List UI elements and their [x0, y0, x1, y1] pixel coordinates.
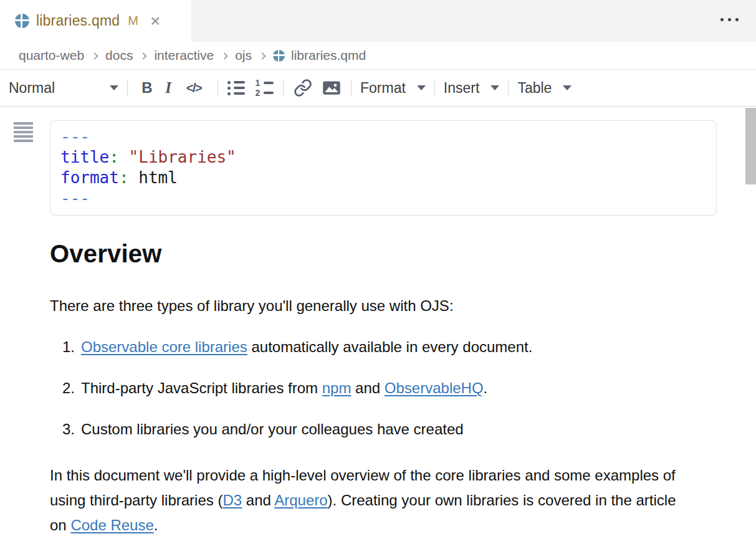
- list-item: 2. Third-party JavaScript libraries from…: [50, 378, 532, 399]
- inline-link[interactable]: ObservableHQ: [385, 380, 484, 396]
- breadcrumb-item-interactive[interactable]: interactive: [154, 48, 214, 63]
- chevron-down-icon: [490, 85, 499, 90]
- breadcrumb-file-label: libraries.qmd: [291, 48, 366, 63]
- toolbar-separator: [127, 80, 128, 96]
- close-icon[interactable]: ×: [150, 12, 160, 30]
- list-item-text: Custom libraries you and/or your colleag…: [81, 419, 464, 440]
- toolbar-separator: [434, 80, 435, 96]
- text-segment: .: [484, 380, 488, 396]
- yaml-fence-close: ---: [60, 188, 716, 209]
- chevron-down-icon: [110, 85, 118, 90]
- breadcrumb-item-quarto-web[interactable]: quarto-web: [19, 48, 84, 63]
- yaml-key: title: [60, 148, 109, 166]
- intro-paragraph: There are three types of library you'll …: [50, 295, 692, 317]
- yaml-colon: :: [109, 148, 119, 166]
- closing-paragraph: In this document we'll provide a high-le…: [50, 463, 682, 538]
- drag-handle-icon[interactable]: [14, 122, 33, 142]
- list-item: 3. Custom libraries you and/or your coll…: [50, 419, 532, 440]
- toolbar-separator: [508, 80, 509, 96]
- paragraph-style-select[interactable]: Normal: [9, 80, 118, 97]
- inline-link[interactable]: Code Reuse: [70, 517, 153, 533]
- insert-menu-label: Insert: [444, 80, 480, 97]
- modified-badge: M: [128, 14, 138, 28]
- breadcrumb-item-docs[interactable]: docs: [105, 48, 133, 63]
- more-actions-icon[interactable]: [720, 18, 739, 21]
- list-item-number: 1.: [50, 337, 81, 358]
- quarto-icon: [15, 14, 29, 28]
- breadcrumb: quarto-web docs interactive ojs librarie…: [0, 42, 756, 70]
- tab-libraries-qmd[interactable]: libraries.qmd M ×: [0, 0, 191, 42]
- yaml-fence-open: ---: [60, 127, 716, 147]
- link-icon[interactable]: [292, 79, 313, 97]
- table-menu[interactable]: Table: [517, 80, 572, 97]
- editor-content: --- title: "Libraries" format: html --- …: [0, 107, 756, 554]
- yaml-title-line: title: "Libraries": [60, 147, 716, 168]
- list-item: 1. Observable core libraries automatical…: [50, 337, 532, 358]
- text-segment: .: [154, 517, 158, 533]
- yaml-fence-text: ---: [60, 189, 90, 208]
- yaml-front-matter-block[interactable]: --- title: "Libraries" format: html ---: [50, 120, 717, 216]
- code-button[interactable]: </>: [179, 81, 209, 95]
- quarto-icon: [273, 50, 285, 62]
- text-segment: Third-party JavaScript libraries from: [81, 380, 322, 396]
- yaml-format-line: format: html: [60, 168, 716, 188]
- chevron-right-icon: [140, 52, 147, 59]
- numbered-list-icon[interactable]: 1 2: [254, 80, 274, 97]
- image-icon[interactable]: [321, 79, 342, 97]
- tab-title: libraries.qmd: [36, 12, 120, 29]
- ordered-list: 1. Observable core libraries automatical…: [50, 337, 532, 460]
- list-item-number: 2.: [50, 378, 81, 399]
- text-segment: and: [351, 380, 384, 396]
- inline-link[interactable]: Arquero: [274, 492, 327, 509]
- insert-menu[interactable]: Insert: [444, 80, 500, 97]
- yaml-fence-text: ---: [60, 127, 90, 146]
- toolbar-separator: [218, 80, 218, 96]
- inline-link[interactable]: Observable core libraries: [81, 338, 247, 355]
- table-menu-label: Table: [517, 80, 552, 97]
- toolbar-separator: [351, 80, 352, 96]
- list-item-number: 3.: [50, 419, 81, 440]
- chevron-right-icon: [91, 52, 98, 59]
- format-menu-label: Format: [360, 80, 406, 97]
- tab-bar: libraries.qmd M ×: [0, 0, 756, 42]
- paragraph-style-value: Normal: [9, 80, 55, 97]
- chevron-down-icon: [563, 85, 572, 90]
- text-segment: automatically available in every documen…: [247, 338, 533, 355]
- breadcrumb-item-file[interactable]: libraries.qmd: [273, 48, 366, 63]
- yaml-colon: :: [119, 168, 129, 187]
- editor-toolbar: Normal B I </> 1 2 Format Insert: [0, 70, 756, 107]
- toolbar-separator: [283, 80, 284, 96]
- chevron-right-icon: [221, 52, 227, 59]
- page-title: Overview: [50, 239, 162, 268]
- numbered-list-digit: 1: [256, 80, 261, 87]
- inline-link[interactable]: D3: [222, 492, 242, 509]
- italic-button[interactable]: I: [158, 79, 179, 97]
- chevron-right-icon: [259, 52, 266, 59]
- inline-link[interactable]: npm: [322, 380, 352, 396]
- bold-button[interactable]: B: [136, 79, 158, 97]
- yaml-key: format: [60, 168, 119, 187]
- list-item-text: Third-party JavaScript libraries from np…: [81, 378, 487, 399]
- vertical-scrollbar-thumb[interactable]: [745, 108, 756, 184]
- numbered-list-digit: 2: [256, 90, 261, 97]
- breadcrumb-item-ojs[interactable]: ojs: [235, 48, 252, 63]
- text-segment: Custom libraries you and/or your colleag…: [81, 421, 464, 437]
- chevron-down-icon: [417, 85, 426, 90]
- bulleted-list-icon[interactable]: [227, 81, 246, 95]
- list-item-text: Observable core libraries automatically …: [81, 337, 532, 358]
- text-segment: and: [242, 492, 274, 509]
- yaml-value: "Libraries": [119, 148, 236, 166]
- yaml-value: html: [129, 168, 178, 187]
- format-menu[interactable]: Format: [360, 80, 426, 97]
